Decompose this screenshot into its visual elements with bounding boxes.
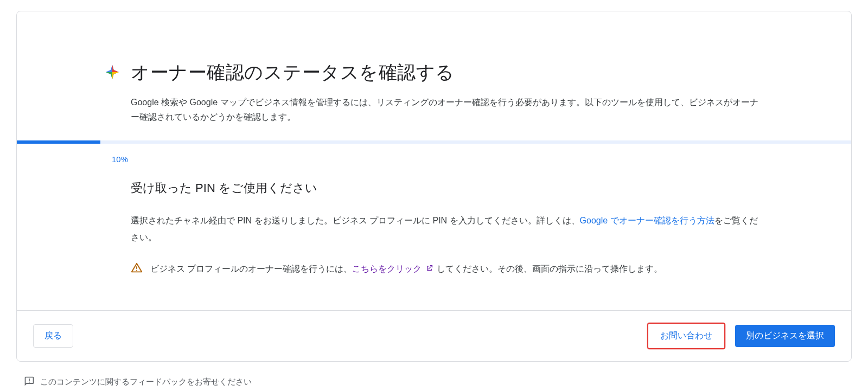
feedback-icon	[24, 376, 35, 388]
select-other-business-button[interactable]: 別のビジネスを選択	[735, 325, 835, 347]
external-link-icon	[425, 261, 433, 278]
footer-right: お問い合わせ 別のビジネスを選択	[647, 323, 835, 349]
verify-method-link[interactable]: Google でオーナー確認を行う方法	[580, 216, 714, 225]
content-body: 選択されたチャネル経由で PIN をお送りしました。ビジネス プロフィールに P…	[131, 213, 764, 246]
page-title: オーナー確認のステータスを確認する	[131, 60, 764, 85]
alert-post: してください。その後、画面の指示に沿って操作します。	[437, 264, 662, 273]
feedback-link[interactable]: このコンテンツに関するフィードバックをお寄せください	[16, 373, 259, 391]
header-text-block: オーナー確認のステータスを確認する Google 検索や Google マップで…	[131, 60, 764, 124]
verification-card: オーナー確認のステータスを確認する Google 検索や Google マップで…	[16, 11, 852, 362]
contact-highlight: お問い合わせ	[647, 323, 725, 349]
progress-label: 10%	[17, 144, 851, 164]
svg-rect-1	[136, 270, 137, 271]
alert-pre: ビジネス プロフィールのオーナー確認を行うには、	[150, 264, 352, 273]
contact-button[interactable]: お問い合わせ	[649, 325, 723, 347]
progress-fill	[17, 140, 100, 144]
svg-rect-0	[136, 266, 137, 269]
alert-text: ビジネス プロフィールのオーナー確認を行うには、こちらをクリック してください。…	[150, 261, 662, 278]
card-footer: 戻る お問い合わせ 別のビジネスを選択	[17, 310, 851, 361]
page-subtitle: Google 検索や Google マップでビジネス情報を管理するには、リスティ…	[131, 95, 764, 124]
back-button[interactable]: 戻る	[33, 324, 73, 348]
content-block: 受け取った PIN をご使用ください 選択されたチャネル経由で PIN をお送り…	[17, 164, 851, 310]
click-here-link[interactable]: こちらをクリック	[352, 264, 434, 273]
sparkle-icon	[104, 63, 121, 81]
warning-icon	[131, 262, 143, 276]
body-pre: 選択されたチャネル経由で PIN をお送りしました。ビジネス プロフィールに P…	[131, 216, 580, 225]
feedback-text: このコンテンツに関するフィードバックをお寄せください	[40, 377, 252, 387]
content-title: 受け取った PIN をご使用ください	[131, 180, 764, 196]
card-header: オーナー確認のステータスを確認する Google 検索や Google マップで…	[17, 11, 851, 140]
progress-bar	[17, 140, 851, 144]
alert-row: ビジネス プロフィールのオーナー確認を行うには、こちらをクリック してください。…	[131, 261, 764, 278]
